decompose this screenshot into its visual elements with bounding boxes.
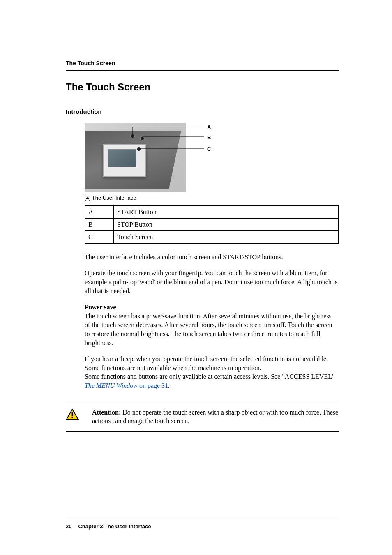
attention-row: Attention: Do not operate the touch scre… [66,402,339,431]
figure-wrap: A B C [85,123,224,192]
paragraph: If you hear a 'beep' when you operate th… [85,355,339,372]
legend-desc: Touch Screen [114,231,339,244]
svg-rect-3 [72,412,73,416]
svg-rect-4 [72,417,73,418]
attention-rule-bottom [66,431,339,432]
paragraph: Some functions and buttons are only avai… [85,372,339,390]
paragraph: Operate the touch screen with your finge… [85,269,339,295]
footer-rule [66,518,339,518]
header-rule [66,70,339,71]
link-text-rest: on page 31 [138,382,168,389]
legend-key: C [85,231,114,244]
attention-body: Do not operate the touch screen with a s… [92,409,338,425]
content-block: A B C [4] The User Interface A START But… [85,123,339,390]
figure-label-c: C [207,145,211,153]
legend-desc: START Button [114,206,339,219]
table-row: B STOP Button [85,218,339,231]
attention-icon-cell [66,408,85,420]
attention-text: Attention: Do not operate the touch scre… [92,408,339,426]
page-number: 20 [66,523,71,530]
menu-window-link[interactable]: The MENU Window on page 31 [85,382,168,389]
legend-key: A [85,206,114,219]
screen-dot-graphic [137,147,141,151]
figure-label-b: B [207,134,211,141]
running-head: The Touch Screen [66,60,339,67]
intro-heading: Introduction [66,108,339,116]
attention-label: Attention: [92,409,121,416]
legend-key: B [85,218,114,231]
paragraph: The user interface includes a color touc… [85,253,339,262]
figure-label-a: A [207,124,211,131]
warning-triangle-icon [66,409,79,420]
power-save-label: Power save [85,304,116,311]
figure-caption: [4] The User Interface [85,194,339,202]
legend-desc: STOP Button [114,218,339,231]
paragraph: The touch screen has a power-save functi… [85,312,339,347]
table-row: A START Button [85,206,339,219]
footer-chapter: Chapter 3 The User Interface [78,523,151,530]
power-save-heading: Power save [85,303,339,312]
table-row: C Touch Screen [85,231,339,244]
link-text-italic: The MENU Window [85,382,138,389]
document-page: The Touch Screen The Touch Screen Introd… [0,0,392,555]
legend-table: A START Button B STOP Button C Touch Scr… [85,205,339,244]
section-title: The Touch Screen [66,81,339,94]
attention-block: Attention: Do not operate the touch scre… [66,402,339,432]
text-span: . [168,382,170,389]
figure-image [85,123,186,192]
footer: 20Chapter 3 The User Interface [66,523,151,530]
start-button-graphic [131,134,134,138]
text-span: Some functions and buttons are only avai… [85,373,334,380]
figure-block: A B C [4] The User Interface [85,123,339,202]
stop-button-graphic [141,137,144,140]
